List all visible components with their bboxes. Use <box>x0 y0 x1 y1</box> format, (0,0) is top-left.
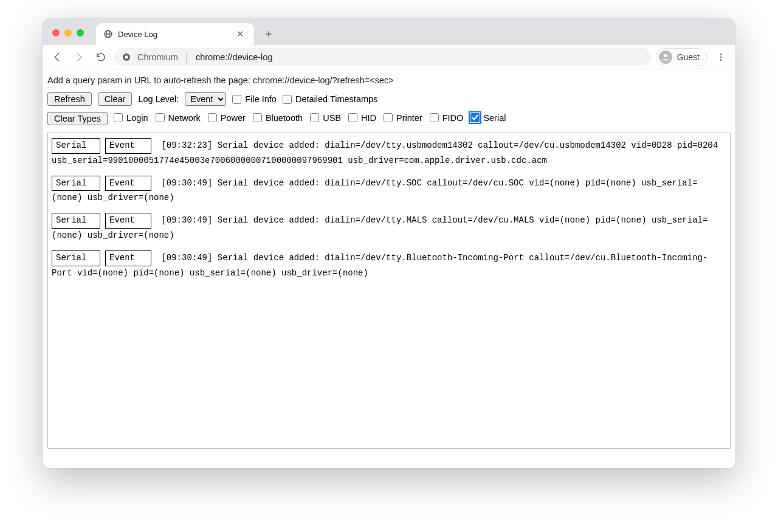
type-filter-hid-input[interactable] <box>348 113 357 122</box>
log-entry-level: Event <box>105 176 151 192</box>
log-entry-time: [09:32:23] <box>156 140 218 150</box>
log-entry: SerialEvent [09:30:49] Serial device add… <box>52 250 726 281</box>
clear-button[interactable]: Clear <box>98 92 133 106</box>
log-entry-level: Event <box>105 250 151 266</box>
type-filter-login[interactable]: Login <box>114 113 148 123</box>
type-filter-network[interactable]: Network <box>156 113 201 123</box>
window-minimize-button[interactable] <box>64 29 72 36</box>
product-label: Chromium <box>137 52 178 62</box>
log-entry-category: Serial <box>52 176 100 192</box>
svg-point-8 <box>720 59 722 61</box>
log-entry-category: Serial <box>52 213 100 229</box>
controls-row-1: Refresh Clear Log Level: Event File Info… <box>46 91 732 111</box>
type-filter-fido-label: FIDO <box>442 113 464 123</box>
type-filter-hid[interactable]: HID <box>348 113 376 123</box>
profile-label: Guest <box>677 52 700 62</box>
log-entry-time: [09:30:49] <box>156 178 218 188</box>
tab-device-log[interactable]: Device Log ✕ <box>96 23 254 45</box>
menu-button[interactable] <box>712 49 729 66</box>
type-filter-printer-label: Printer <box>396 113 422 123</box>
tab-close-button[interactable]: ✕ <box>234 27 247 41</box>
chrome-logo-icon <box>122 52 131 62</box>
url-divider: │ <box>184 52 190 62</box>
svg-point-4 <box>125 55 128 58</box>
log-entry: SerialEvent [09:30:49] Serial device add… <box>52 176 726 206</box>
profile-button[interactable]: Guest <box>656 48 707 66</box>
type-filter-usb-label: USB <box>323 113 341 123</box>
type-filter-usb-input[interactable] <box>310 113 319 122</box>
type-filter-power-input[interactable] <box>208 113 217 122</box>
type-filter-bluetooth-input[interactable] <box>253 113 262 122</box>
forward-button[interactable] <box>71 49 88 66</box>
log-entry-level: Event <box>105 138 151 154</box>
type-filter-serial[interactable]: Serial <box>470 113 506 123</box>
type-filter-bluetooth[interactable]: Bluetooth <box>253 113 303 123</box>
log-entry: SerialEvent [09:30:49] Serial device add… <box>52 213 726 243</box>
window-close-button[interactable] <box>52 29 60 36</box>
type-filter-login-input[interactable] <box>114 113 123 122</box>
log-level-label: Log Level: <box>138 94 179 104</box>
page-content: Add a query param in URL to auto-refresh… <box>43 69 735 468</box>
tab-strip: Device Log ✕ <box>43 18 735 45</box>
reload-button[interactable] <box>92 49 109 66</box>
refresh-hint: Add a query param in URL to auto-refresh… <box>46 73 732 91</box>
type-filter-serial-label: Serial <box>483 113 506 123</box>
type-filter-fido-input[interactable] <box>430 113 439 122</box>
controls-row-2: Clear Types LoginNetworkPowerBluetoothUS… <box>46 111 732 130</box>
log-entry-level: Event <box>105 213 151 229</box>
svg-point-7 <box>720 56 722 58</box>
detailed-timestamps-checkbox[interactable]: Detailed Timestamps <box>283 94 377 104</box>
type-filter-power[interactable]: Power <box>208 113 246 123</box>
log-level-select[interactable]: Event <box>185 92 226 106</box>
svg-point-6 <box>720 54 722 55</box>
file-info-label: File Info <box>245 94 277 104</box>
window-controls <box>52 29 84 36</box>
new-tab-button[interactable] <box>260 26 277 43</box>
svg-point-5 <box>664 54 667 57</box>
type-filter-network-input[interactable] <box>156 113 165 122</box>
file-info-checkbox[interactable]: File Info <box>232 94 277 104</box>
type-filter-printer-input[interactable] <box>384 113 393 122</box>
type-filter-usb[interactable]: USB <box>310 113 341 123</box>
log-entry-category: Serial <box>52 250 100 266</box>
avatar-icon <box>659 50 672 64</box>
log-entry: SerialEvent [09:32:23] Serial device add… <box>52 138 726 168</box>
type-filter-bluetooth-label: Bluetooth <box>266 113 303 123</box>
type-filter-printer[interactable]: Printer <box>384 113 422 123</box>
globe-icon <box>103 29 113 39</box>
back-button[interactable] <box>49 49 66 66</box>
url-text: chrome://device-log <box>196 52 273 62</box>
tab-title: Device Log <box>118 30 157 39</box>
detailed-timestamps-checkbox-input[interactable] <box>283 95 292 104</box>
browser-window: Device Log ✕ Chromium │ chrome://device-… <box>43 18 735 468</box>
log-output: SerialEvent [09:32:23] Serial device add… <box>47 133 731 449</box>
browser-toolbar: Chromium │ chrome://device-log Guest <box>43 45 735 69</box>
log-entry-message: Serial device added: dialin=/dev/tty.usb… <box>52 140 718 165</box>
refresh-button[interactable]: Refresh <box>47 92 92 106</box>
address-bar[interactable]: Chromium │ chrome://device-log <box>114 48 651 66</box>
log-entry-category: Serial <box>52 138 100 154</box>
log-entry-time: [09:30:49] <box>156 253 218 263</box>
file-info-checkbox-input[interactable] <box>232 95 241 104</box>
type-filter-login-label: Login <box>126 113 148 123</box>
type-filter-power-label: Power <box>221 113 246 123</box>
type-filter-hid-label: HID <box>361 113 376 123</box>
window-zoom-button[interactable] <box>77 29 84 36</box>
clear-types-button[interactable]: Clear Types <box>47 112 108 125</box>
log-entry-time: [09:30:49] <box>156 215 218 225</box>
type-filter-serial-input[interactable] <box>470 113 480 122</box>
detailed-timestamps-label: Detailed Timestamps <box>295 94 377 104</box>
type-filter-fido[interactable]: FIDO <box>430 113 464 123</box>
type-filter-network-label: Network <box>168 113 201 123</box>
